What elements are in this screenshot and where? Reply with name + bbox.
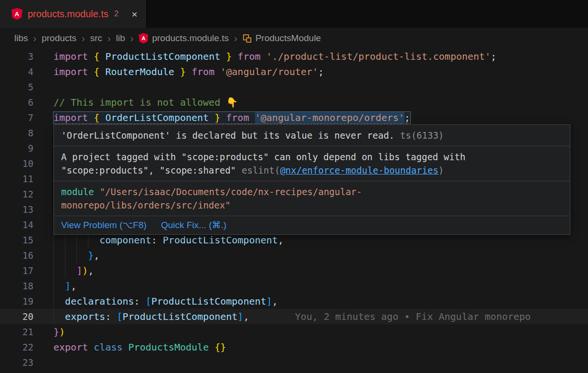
code-token: ,	[272, 296, 278, 307]
line-number[interactable]: 14	[0, 217, 33, 232]
code-token: class	[94, 341, 122, 353]
line-number[interactable]: 9	[0, 141, 33, 156]
eslint-rule-link[interactable]: @nx/enforce-module-boundaries	[280, 165, 438, 176]
module-path-line1: "/Users/isaac/Documents/code/nx-recipes/…	[100, 186, 362, 197]
angular-icon: A	[11, 8, 22, 20]
code-line[interactable]: 23	[0, 355, 588, 370]
line-number[interactable]: 18	[0, 278, 33, 294]
ts-error-code: ts(6133)	[400, 130, 444, 141]
tokens: exports: [ProductListComponent],	[53, 311, 249, 322]
ts-message: 'OrderListComponent' is declared but its…	[61, 130, 395, 141]
code-line[interactable]: 19 declarations: [ProductListComponent],	[0, 294, 588, 309]
code-token: from	[192, 66, 214, 77]
code-token: [	[146, 296, 151, 307]
angular-icon: A	[139, 33, 148, 44]
code-token	[220, 112, 226, 123]
code-token: declarations	[65, 296, 134, 307]
line-number[interactable]: 19	[0, 294, 33, 309]
code-line[interactable]: 3import { ProductListComponent } from '.…	[0, 49, 588, 64]
line-number[interactable]: 15	[0, 232, 33, 248]
tokens: ],	[53, 280, 76, 292]
code-line[interactable]: 17 ]),	[0, 263, 588, 278]
code-token: }	[53, 326, 59, 338]
code-line[interactable]: 21})	[0, 324, 588, 340]
code-token: ProductListComponent	[105, 51, 220, 62]
code-line[interactable]: 7import { OrderListComponent } from '@an…	[0, 110, 588, 125]
line-number[interactable]: 16	[0, 248, 33, 263]
code-token: ;	[491, 51, 496, 62]
code-token	[53, 296, 65, 307]
line-number[interactable]: 20	[0, 309, 33, 324]
breadcrumb-item-products[interactable]: products	[42, 33, 76, 44]
line-number[interactable]: 5	[0, 79, 33, 95]
breadcrumb-item-file[interactable]: Aproducts.module.ts	[139, 33, 229, 44]
tokens: ]),	[53, 265, 94, 276]
breadcrumb-separator: ›	[234, 33, 237, 44]
code-token	[214, 66, 220, 77]
code-token: ProductListComponent	[151, 296, 267, 307]
code-token	[53, 311, 65, 322]
line-number[interactable]: 13	[0, 202, 33, 217]
code-token: :	[105, 311, 117, 322]
tab-products-module[interactable]: A products.module.ts 2 ×	[0, 0, 147, 28]
code-line[interactable]: 5	[0, 79, 588, 95]
eslint-message-line2: "scope:products", "scope:shared"eslint(@…	[61, 164, 563, 177]
line-content: ],	[53, 278, 76, 294]
line-number[interactable]: 3	[0, 49, 33, 64]
line-number[interactable]: 4	[0, 64, 33, 79]
line-number[interactable]: 11	[0, 171, 33, 186]
code-line[interactable]: 6// This import is not allowed 👇	[0, 95, 588, 110]
code-token	[220, 51, 226, 62]
code-token: RouterModule	[105, 66, 174, 77]
code-token: ]	[267, 296, 272, 307]
code-line[interactable]: 16 },	[0, 248, 588, 263]
code-token: ProductListComponent	[163, 234, 278, 246]
close-tab-button[interactable]: ×	[131, 9, 137, 19]
breadcrumb-item-src[interactable]: src	[90, 33, 102, 44]
indent-guide	[53, 294, 54, 309]
code-token: ,	[94, 250, 99, 261]
indent-guide	[65, 263, 65, 278]
code-token	[174, 66, 180, 77]
line-number[interactable]: 22	[0, 340, 33, 355]
breadcrumb-item-libs[interactable]: libs	[14, 33, 28, 44]
module-path-line2: monorepo/libs/orders/src/index"	[61, 200, 231, 210]
eslint-message-tags: "scope:products", "scope:shared"	[61, 165, 236, 176]
line-number[interactable]: 7	[0, 110, 33, 125]
line-number[interactable]: 6	[0, 95, 33, 110]
code-token: from	[226, 112, 249, 123]
code-token: }	[214, 112, 220, 123]
code-line[interactable]: 4import { RouterModule } from '@angular/…	[0, 64, 588, 79]
breadcrumb-item-lib[interactable]: lib	[116, 33, 125, 44]
hover-ts-diagnostic: 'OrderListComponent' is declared but its…	[54, 125, 570, 146]
line-number[interactable]: 17	[0, 263, 33, 278]
code-token: 👇	[226, 97, 238, 108]
line-number[interactable]: 21	[0, 324, 33, 340]
code-token: '@angular/router'	[220, 66, 318, 77]
code-line[interactable]: 20 exports: [ProductListComponent],You, …	[0, 309, 588, 324]
tab-badge: 2	[114, 9, 118, 19]
code-token	[99, 51, 105, 62]
code-token	[99, 66, 105, 77]
tokens: })	[53, 326, 65, 338]
code-line[interactable]: 18 ],	[0, 278, 588, 294]
indent-guide	[53, 263, 54, 278]
breadcrumb-item-symbol[interactable]: ProductsModule	[243, 33, 321, 44]
line-number[interactable]: 23	[0, 355, 33, 370]
code-token: import	[53, 51, 88, 62]
line-content: declarations: [ProductListComponent],	[53, 294, 278, 309]
code-token: component	[99, 234, 151, 246]
code-token	[88, 341, 94, 353]
code-token	[209, 112, 214, 123]
git-blame-annotation: You, 2 minutes ago • Fix Angular monorep…	[295, 311, 531, 322]
line-number[interactable]: 10	[0, 156, 33, 171]
code-line[interactable]: 22export class ProductsModule {}	[0, 340, 588, 355]
hover-module-info: module"/Users/isaac/Documents/code/nx-re…	[54, 181, 570, 216]
view-problem-button[interactable]: View Problem (⌥F8)	[61, 219, 147, 231]
line-content: ]),	[53, 263, 94, 278]
quick-fix-button[interactable]: Quick Fix... (⌘.)	[161, 219, 226, 231]
line-number[interactable]: 12	[0, 186, 33, 202]
line-content: },	[53, 248, 99, 263]
line-number[interactable]: 8	[0, 125, 33, 141]
code-token: ProductsModule	[128, 341, 209, 353]
